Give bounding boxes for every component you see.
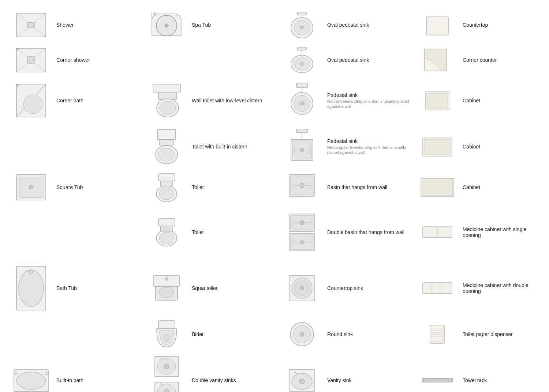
item-corner-counter: Corner counter <box>414 42 549 78</box>
svg-point-95 <box>19 270 44 306</box>
item-corner-bath: Corner bath <box>7 78 143 124</box>
wall-toilet-label: Wall toilet with low-level cistern <box>192 98 262 103</box>
toilet-1-icon <box>146 173 187 202</box>
pedestal-sink-round-icon <box>282 80 322 121</box>
svg-point-48 <box>158 148 175 161</box>
cabinet-2-icon <box>417 132 458 161</box>
corner-bath-label: Corner bath <box>56 98 83 103</box>
toilet-2-icon <box>146 218 187 247</box>
svg-point-56 <box>300 148 304 152</box>
svg-rect-22 <box>298 47 306 50</box>
corner-bath-icon <box>11 80 51 121</box>
cabinet-1-icon <box>417 86 458 115</box>
vanity-sink-label: Vanity sink <box>327 377 352 383</box>
svg-rect-97 <box>154 275 179 286</box>
oval-sink-1-icon <box>282 10 322 39</box>
svg-rect-32 <box>153 84 180 92</box>
pedestal-sink-round-label: Pedestal sink Round freestanding sink th… <box>327 92 410 109</box>
svg-point-113 <box>300 332 304 336</box>
item-double-vanity: Double vanity sinks <box>143 352 278 392</box>
item-bath-tub: Bath Tub <box>7 260 143 317</box>
toilet-paper-label: Toilet paper dispenser <box>463 331 513 337</box>
towel-rack-label: Towel rack <box>463 377 487 383</box>
medicine-single-label: Medicine cabinet with single opening <box>463 226 545 238</box>
pedestal-sink-rect-icon <box>282 127 322 167</box>
svg-point-42 <box>300 102 304 105</box>
svg-rect-45 <box>427 93 448 109</box>
item-toilet-1: Toilet <box>143 170 278 205</box>
medicine-double-label: Medicine cabinet with double opening <box>463 282 545 294</box>
cabinet-3-icon <box>417 173 458 202</box>
item-corner-shower: Corner shower <box>7 42 143 78</box>
svg-point-35 <box>160 101 176 114</box>
squat-toilet-label: Squat toilet <box>192 285 217 291</box>
svg-rect-19 <box>27 57 35 63</box>
oval-sink-2-icon <box>282 45 322 75</box>
corner-shower-label: Corner shower <box>56 57 90 63</box>
oval-sink-1-label: Oval pedestal sink <box>327 22 369 28</box>
double-vanity-icon <box>146 355 187 392</box>
item-round-sink: Round sink <box>278 317 414 352</box>
cabinet-2-label: Cabinet <box>463 144 480 150</box>
countertop-icon <box>417 10 458 39</box>
item-oval-sink-2: Oval pedestal sink <box>278 42 414 78</box>
svg-point-72 <box>300 183 304 188</box>
corner-counter-icon <box>417 45 458 75</box>
item-empty4 <box>7 317 143 352</box>
item-wall-toilet: Wall toilet with low-level cistern <box>143 78 278 124</box>
toilet-builtin-icon <box>146 127 187 167</box>
svg-point-9 <box>165 24 168 27</box>
item-cabinet-2: Cabinet <box>414 124 549 170</box>
shower-label: Shower <box>56 22 74 28</box>
item-empty2 <box>7 124 143 170</box>
svg-rect-138 <box>422 378 453 382</box>
double-vanity-label: Double vanity sinks <box>192 377 236 383</box>
svg-point-110 <box>164 335 169 341</box>
svg-point-99 <box>159 287 174 298</box>
svg-point-123 <box>16 372 46 389</box>
item-shower: Shower <box>7 7 143 42</box>
svg-rect-15 <box>426 17 448 35</box>
svg-rect-66 <box>160 181 173 186</box>
pedestal-sink-rect-label: Pedestal sink Rectangular freestanding s… <box>327 138 410 155</box>
medicine-double-icon <box>417 274 458 303</box>
svg-rect-59 <box>424 139 451 155</box>
item-empty3 <box>7 205 143 260</box>
countertop-sink-label: Countertop sink <box>327 285 363 291</box>
item-pedestal-sink-round: Pedestal sink Round freestanding sink th… <box>278 78 414 124</box>
item-toilet-builtin: Toilet with built-in cistern <box>143 124 278 170</box>
squat-toilet-icon <box>146 274 187 303</box>
svg-point-139 <box>423 379 426 382</box>
item-countertop: Countertop <box>414 7 549 42</box>
svg-point-25 <box>300 63 303 65</box>
toilet-paper-icon <box>417 320 458 349</box>
svg-point-65 <box>159 188 174 200</box>
svg-point-62 <box>29 185 33 189</box>
bidet-label: Bidet <box>192 331 203 337</box>
basin-wall-label: Basin that hangs from wall <box>327 184 387 190</box>
svg-point-136 <box>299 379 305 384</box>
item-oval-sink-1: Oval pedestal sink <box>278 7 414 42</box>
item-countertop-sink: Countertop sink <box>278 260 414 317</box>
round-sink-label: Round sink <box>327 331 353 337</box>
toilet-1-label: Toilet <box>192 184 204 190</box>
spa-tub-label: Spa Tub <box>192 22 211 28</box>
svg-rect-49 <box>159 140 174 145</box>
countertop-sink-icon <box>282 274 322 303</box>
item-toilet-paper: Toilet paper dispenser <box>414 317 549 352</box>
wall-toilet-icon <box>146 80 187 121</box>
toilet-2-label: Toilet <box>192 229 204 235</box>
basin-wall-icon <box>282 173 322 202</box>
svg-rect-33 <box>158 92 177 99</box>
svg-point-77 <box>159 232 174 244</box>
item-toilet-2: Toilet <box>143 205 278 260</box>
item-square-tub: Square Tub <box>7 170 143 205</box>
item-double-basin: Double basin that hangs from wall <box>278 205 414 260</box>
svg-point-128 <box>164 364 169 369</box>
symbol-grid: Shower Spa Tub <box>7 7 542 392</box>
bath-tub-icon <box>11 263 51 314</box>
item-towel-rack: Towel rack <box>414 352 549 392</box>
corner-counter-label: Corner counter <box>463 57 497 63</box>
item-squat-toilet: Squat toilet <box>143 260 278 317</box>
svg-rect-3 <box>27 22 35 28</box>
